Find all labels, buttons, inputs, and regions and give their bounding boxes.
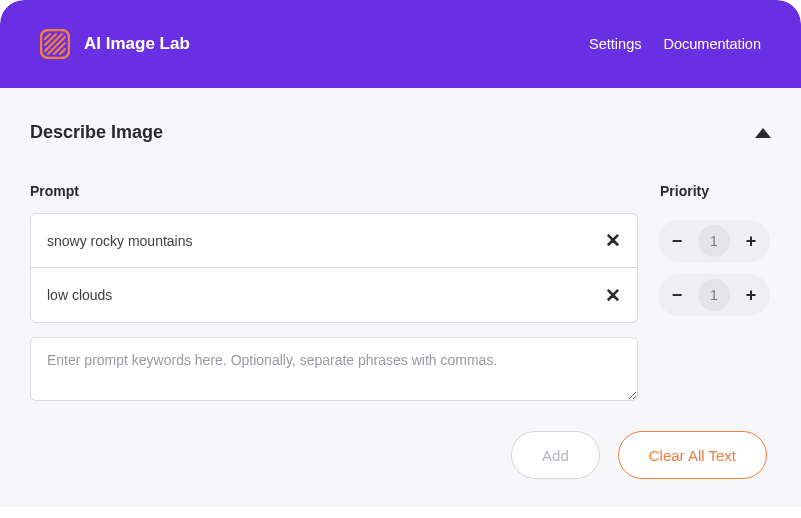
app-frame: AI Image Lab Settings Documentation Desc… [0,0,801,507]
header: AI Image Lab Settings Documentation [0,0,801,88]
prompt-list: snowy rocky mountains ✕ low clouds ✕ [30,213,638,323]
nav-settings[interactable]: Settings [589,36,641,52]
prompt-text: low clouds [47,287,112,303]
priority-value: 1 [698,225,730,257]
priority-value: 1 [698,279,730,311]
brand: AI Image Lab [40,29,190,59]
prompt-item: snowy rocky mountains ✕ [31,214,637,268]
button-row: Add Clear All Text [30,431,771,479]
labels-row: Prompt Priority [30,183,771,199]
app-title: AI Image Lab [84,34,190,54]
priority-column: − 1 + − 1 + [658,214,770,322]
label-priority: Priority [660,183,709,199]
prompt-item: low clouds ✕ [31,268,637,322]
nav-documentation[interactable]: Documentation [663,36,761,52]
close-icon[interactable]: ✕ [605,286,621,305]
minus-icon[interactable]: − [666,284,688,306]
priority-stepper: − 1 + [658,274,770,316]
minus-icon[interactable]: − [666,230,688,252]
section-title: Describe Image [30,122,163,143]
add-button[interactable]: Add [511,431,600,479]
plus-icon[interactable]: + [740,284,762,306]
priority-stepper: − 1 + [658,220,770,262]
prompts-row: snowy rocky mountains ✕ low clouds ✕ − 1… [30,213,771,323]
section-header: Describe Image [30,122,771,143]
nav: Settings Documentation [589,36,761,52]
close-icon[interactable]: ✕ [605,231,621,250]
clear-all-button[interactable]: Clear All Text [618,431,767,479]
label-prompt: Prompt [30,183,660,199]
prompt-text: snowy rocky mountains [47,233,193,249]
content: Describe Image Prompt Priority snowy roc… [0,88,801,507]
collapse-toggle-icon[interactable] [755,128,771,138]
prompt-input[interactable] [30,337,638,401]
logo-icon [40,29,70,59]
textarea-wrap [30,337,638,405]
plus-icon[interactable]: + [740,230,762,252]
